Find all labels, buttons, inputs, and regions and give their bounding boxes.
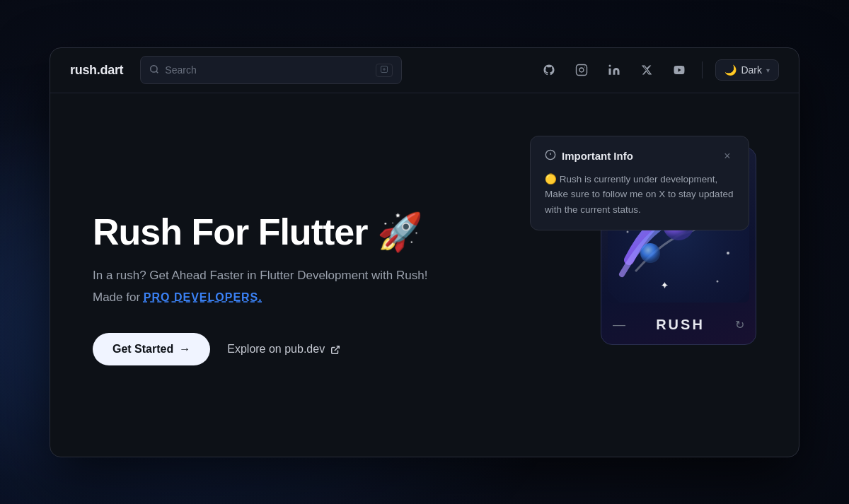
svg-point-6 <box>609 65 611 67</box>
svg-point-15 <box>640 243 660 263</box>
info-popup: Important Info × 🟡 Rush is currently und… <box>530 136 749 231</box>
card-refresh-icon[interactable]: ↻ <box>735 318 744 332</box>
pro-prefix: Made for <box>93 291 144 304</box>
right-area: Important Info × 🟡 Rush is currently und… <box>530 136 756 428</box>
instagram-icon[interactable] <box>572 60 591 80</box>
svg-point-19 <box>717 280 719 282</box>
hero-section: Rush For Flutter 🚀 In a rush? Get Ahead … <box>93 136 530 428</box>
info-circle-icon <box>545 149 556 163</box>
search-bar[interactable]: Search <box>140 56 402 84</box>
search-kbd-shortcut <box>376 64 393 77</box>
svg-point-0 <box>151 65 157 71</box>
svg-point-5 <box>584 66 585 67</box>
logo: rush.dart <box>70 63 123 78</box>
theme-label: Dark <box>741 64 762 76</box>
chevron-down-icon: ▾ <box>766 66 770 74</box>
hero-subtitle: In a rush? Get Ahead Faster in Flutter D… <box>93 266 530 285</box>
explore-pubdev-button[interactable]: Explore on pub.dev <box>227 343 340 356</box>
get-started-label: Get Started <box>112 343 173 356</box>
moon-icon: 🌙 <box>724 64 737 76</box>
svg-rect-3 <box>577 65 587 76</box>
theme-toggle-button[interactable]: 🌙 Dark ▾ <box>715 59 779 81</box>
svg-line-1 <box>156 71 158 73</box>
svg-point-20 <box>627 230 629 233</box>
card-footer: — RUSH ↻ <box>613 317 744 333</box>
cta-row: Get Started → Explore on pub.dev <box>93 333 530 365</box>
card-brand-title: RUSH <box>656 317 705 333</box>
x-twitter-icon[interactable] <box>637 60 657 80</box>
arrow-icon: → <box>179 343 190 356</box>
pro-highlight: PRO DEVELOPERS. <box>144 291 262 303</box>
card-dash: — <box>613 317 625 332</box>
svg-line-7 <box>335 346 339 350</box>
github-icon[interactable] <box>539 60 559 80</box>
hero-title: Rush For Flutter 🚀 <box>93 212 530 252</box>
svg-point-4 <box>579 68 584 72</box>
external-link-icon <box>330 343 340 356</box>
linkedin-icon[interactable] <box>604 60 624 80</box>
nav-divider <box>702 61 703 78</box>
search-icon <box>149 64 159 76</box>
navbar: rush.dart Search <box>50 48 799 93</box>
popup-header: Important Info × <box>545 149 734 163</box>
nav-social-icons: 🌙 Dark ▾ <box>539 59 779 81</box>
explore-label: Explore on pub.dev <box>227 343 325 356</box>
popup-body: 🟡 Rush is currently under development, M… <box>545 172 734 218</box>
youtube-icon[interactable] <box>669 60 689 80</box>
hero-pro-line: Made for PRO DEVELOPERS. <box>93 291 530 305</box>
get-started-button[interactable]: Get Started → <box>93 333 210 365</box>
svg-point-17 <box>727 252 729 254</box>
app-window: rush.dart Search <box>50 47 799 457</box>
search-input-placeholder: Search <box>165 64 370 76</box>
popup-title: Important Info <box>562 150 715 162</box>
popup-close-button[interactable]: × <box>720 149 734 163</box>
main-content: Rush For Flutter 🚀 In a rush? Get Ahead … <box>50 93 799 457</box>
